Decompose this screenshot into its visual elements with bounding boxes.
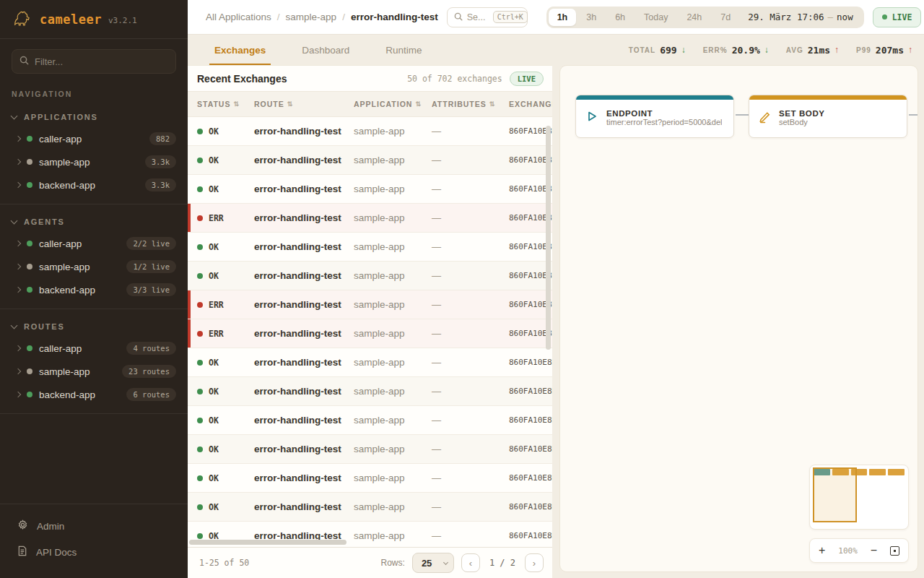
backend-app[interactable]: backend-app 3/3 live <box>0 278 188 301</box>
live-count-badge: 1/2 live <box>126 260 176 273</box>
exchange-row[interactable]: ERR error-handling-test sample-app — 860… <box>188 204 552 233</box>
sidebar-section-agents: AGENTS caller-app 2/2 live sample-app 1/… <box>0 204 188 309</box>
exchange-row[interactable]: OK error-handling-test sample-app — 860F… <box>188 377 552 406</box>
exchange-row[interactable]: OK error-handling-test sample-app — 860F… <box>188 175 552 204</box>
rows-per-page-select[interactable]: 25 <box>412 553 454 573</box>
attributes-cell: — <box>432 184 509 194</box>
chevron-right-icon[interactable] <box>15 392 21 397</box>
section-header-applications[interactable]: APPLICATIONS <box>0 107 188 127</box>
caller-app[interactable]: caller-app 4 routes <box>0 337 188 360</box>
chevron-down-icon <box>11 113 18 120</box>
time-range-button[interactable]: 24h <box>678 9 710 26</box>
exchange-row[interactable]: ERR error-handling-test sample-app — 860… <box>188 319 552 348</box>
live-toggle[interactable]: LIVE <box>873 7 922 27</box>
exchange-row[interactable]: OK error-handling-test sample-app — 860F… <box>188 406 552 435</box>
time-range-button[interactable]: 6h <box>606 9 634 26</box>
rows-per-page-label: Rows: <box>381 558 405 568</box>
flow-minimap[interactable] <box>809 465 909 530</box>
sample-app[interactable]: sample-app 23 routes <box>0 360 188 383</box>
breadcrumb-app[interactable]: sample-app <box>286 12 337 22</box>
section-header-routes[interactable]: ROUTES <box>0 316 188 337</box>
horizontal-scrollbar[interactable] <box>189 540 346 545</box>
flow-node-set-body[interactable]: SET BODY setBody <box>749 95 907 138</box>
time-range-button[interactable]: Today <box>635 9 676 26</box>
flow-node-endpoint[interactable]: ENDPOINT timer:errorTest?period=5000&del… <box>575 95 734 138</box>
exchange-row[interactable]: OK error-handling-test sample-app — 860F… <box>188 146 552 175</box>
metric-label: P99 <box>856 46 871 54</box>
time-range-button[interactable]: 1h <box>549 9 577 26</box>
chevron-right-icon[interactable] <box>15 368 21 374</box>
metric-value: 699 <box>660 45 676 56</box>
application-cell: sample-app <box>354 473 432 483</box>
attributes-cell: — <box>432 473 509 483</box>
exchange-row[interactable]: ERR error-handling-test sample-app — 860… <box>188 290 552 319</box>
application-cell: sample-app <box>354 386 432 397</box>
exchange-row[interactable]: OK error-handling-test sample-app — 860F… <box>188 348 552 377</box>
trend-arrow-icon: ↑ <box>834 45 839 55</box>
caller-app[interactable]: caller-app 882 <box>0 127 188 150</box>
tab[interactable]: Dashboard <box>284 35 367 65</box>
zoom-level: 100% <box>838 546 858 556</box>
column-header[interactable]: APPLICATION⇅ <box>354 100 432 108</box>
route-cell: error-handling-test <box>254 241 354 252</box>
global-search-input[interactable] <box>467 12 489 22</box>
exchange-row[interactable]: OK error-handling-test sample-app — 860F… <box>188 435 552 464</box>
chevron-right-icon[interactable] <box>15 241 21 246</box>
chevron-right-icon[interactable] <box>15 345 21 351</box>
section-header-agents[interactable]: AGENTS <box>0 212 188 232</box>
view-tabs: ExchangesDashboardRuntime <box>196 35 440 65</box>
chevron-right-icon[interactable] <box>15 287 21 293</box>
item-label: sample-app <box>39 262 120 272</box>
backend-app[interactable]: backend-app 6 routes <box>0 383 188 406</box>
zoom-out-button[interactable]: − <box>871 545 877 556</box>
live-dot-icon <box>882 14 887 20</box>
caller-app[interactable]: caller-app 2/2 live <box>0 232 188 255</box>
fit-view-button[interactable] <box>890 546 899 556</box>
previous-page-button[interactable]: ‹ <box>461 553 480 572</box>
time-range-button[interactable]: 3h <box>578 9 605 26</box>
sample-app[interactable]: sample-app 3.3k <box>0 150 188 173</box>
exchange-row[interactable]: OK error-handling-test sample-app — 860F… <box>188 117 552 146</box>
minimap-viewport[interactable] <box>813 467 857 522</box>
backend-app[interactable]: backend-app 3.3k <box>0 173 188 197</box>
sidebar-filter[interactable] <box>12 49 176 74</box>
sidebar-item-admin[interactable]: Admin <box>0 513 188 539</box>
chevron-right-icon[interactable] <box>15 264 21 269</box>
exchange-row[interactable]: OK error-handling-test sample-app — 860F… <box>188 262 552 290</box>
chevron-down-icon <box>11 217 18 225</box>
sidebar-item-api-docs[interactable]: API Docs <box>0 539 188 565</box>
chevron-right-icon[interactable] <box>15 159 21 165</box>
live-label: LIVE <box>892 12 912 22</box>
time-range-button[interactable]: 7d <box>712 9 739 26</box>
global-search[interactable]: Ctrl+K <box>447 7 528 27</box>
status-cell: ERR <box>197 329 254 339</box>
attributes-cell: — <box>432 299 509 310</box>
zoom-in-button[interactable]: + <box>819 545 825 556</box>
column-header[interactable]: STATUS⇅ <box>197 100 254 108</box>
exchange-row[interactable]: OK error-handling-test sample-app — 860F… <box>188 233 552 262</box>
exchange-row[interactable]: OK error-handling-test sample-app — 860F… <box>188 493 552 522</box>
attributes-cell: — <box>432 530 509 541</box>
vertical-scrollbar[interactable] <box>546 126 551 350</box>
status-dot-icon <box>197 418 203 423</box>
route-flow-canvas[interactable]: ENDPOINT timer:errorTest?period=5000&del… <box>559 65 918 572</box>
item-label: backend-app <box>39 285 120 296</box>
live-count-badge: 2/2 live <box>126 237 176 250</box>
attributes-cell: — <box>432 328 509 339</box>
exchange-row[interactable]: OK error-handling-test sample-app — 860F… <box>188 464 552 493</box>
sample-app[interactable]: sample-app 1/2 live <box>0 255 188 278</box>
sidebar: cameleer v3.2.1 NAVIGATION APPLICATIONS … <box>0 0 188 578</box>
filter-input[interactable] <box>35 56 168 67</box>
chevron-right-icon[interactable] <box>15 136 21 142</box>
breadcrumb-root[interactable]: All Applications <box>206 12 271 22</box>
table-footer: 1-25 of 50 Rows: 25 ‹ 1 / 2 › <box>188 547 552 578</box>
column-header[interactable]: ROUTE⇅ <box>254 100 354 108</box>
attributes-cell: — <box>432 126 509 137</box>
column-header[interactable]: ATTRIBUTES⇅ <box>432 100 509 108</box>
chevron-right-icon[interactable] <box>15 182 21 188</box>
time-range-display[interactable]: 29. März 17:06—now <box>741 12 861 22</box>
next-page-button[interactable]: › <box>525 553 544 572</box>
tab[interactable]: Runtime <box>367 35 440 65</box>
tab[interactable]: Exchanges <box>196 35 284 65</box>
column-header[interactable]: EXCHANGE⇅ <box>509 100 552 108</box>
